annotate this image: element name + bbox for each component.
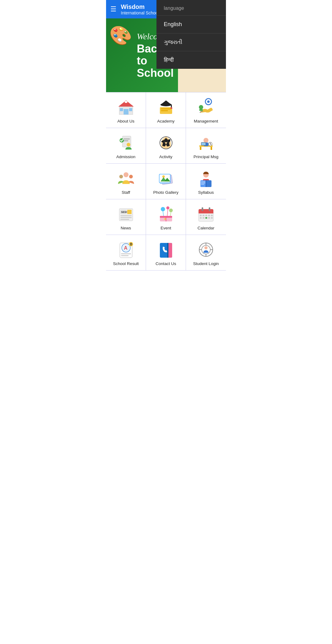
menu-label-calendar: Calendar xyxy=(198,226,215,230)
menu-label-academy: Academy xyxy=(157,119,174,123)
student-login-icon xyxy=(197,240,215,259)
svg-rect-60 xyxy=(121,215,132,216)
svg-rect-78 xyxy=(209,207,210,211)
svg-rect-55 xyxy=(201,184,204,185)
svg-rect-79 xyxy=(200,215,202,216)
photo-gallery-icon xyxy=(157,169,175,188)
header-title: Wisdom International School xyxy=(121,3,159,15)
menu-label-principal-msg: Principal Msg xyxy=(193,154,218,159)
news-icon: NEWS xyxy=(117,205,135,223)
svg-rect-8 xyxy=(161,110,168,111)
svg-rect-62 xyxy=(121,219,129,220)
menu-item-syllabus[interactable]: Syllabus xyxy=(186,164,226,199)
menu-label-syllabus: Syllabus xyxy=(198,190,214,195)
app-header: ☰ Wisdom International School language E… xyxy=(106,0,226,18)
svg-rect-16 xyxy=(199,109,203,111)
svg-rect-87 xyxy=(208,217,210,219)
menu-item-school-result[interactable]: A B School Result xyxy=(106,235,146,271)
svg-rect-85 xyxy=(203,217,204,219)
svg-rect-63 xyxy=(127,210,132,214)
svg-rect-82 xyxy=(208,215,210,216)
about-us-icon xyxy=(117,98,135,116)
svg-marker-10 xyxy=(160,100,172,105)
svg-rect-83 xyxy=(211,215,213,216)
svg-rect-98 xyxy=(167,243,168,258)
svg-rect-97 xyxy=(168,243,172,258)
dropdown-header-label: language xyxy=(156,0,226,16)
menu-item-principal-msg[interactable]: Principal Msg xyxy=(186,128,226,164)
menu-item-management[interactable]: Management xyxy=(186,92,226,128)
menu-item-academy[interactable]: Academy xyxy=(146,92,186,128)
menu-label-admission: Admission xyxy=(116,154,135,159)
svg-point-14 xyxy=(207,100,210,103)
svg-rect-7 xyxy=(161,108,171,109)
calendar-icon xyxy=(197,205,215,223)
menu-item-photo-gallery[interactable]: Photo Gallery xyxy=(146,164,186,199)
svg-rect-18 xyxy=(124,139,130,139)
svg-rect-38 xyxy=(201,142,206,145)
svg-line-69 xyxy=(170,212,171,216)
svg-point-65 xyxy=(166,206,169,209)
svg-rect-61 xyxy=(121,217,132,218)
svg-rect-77 xyxy=(202,207,203,211)
svg-point-64 xyxy=(161,207,165,211)
language-dropdown: language English ગુજરાતી हिन्दी xyxy=(156,0,226,69)
menu-item-event[interactable]: ★ Event xyxy=(146,199,186,235)
menu-label-news: News xyxy=(121,226,131,230)
svg-rect-53 xyxy=(201,181,205,182)
menu-item-about-us[interactable]: About Us xyxy=(106,92,146,128)
svg-rect-86 xyxy=(205,217,207,219)
menu-item-student-login[interactable]: Student Login xyxy=(186,235,226,271)
svg-rect-84 xyxy=(200,217,202,219)
svg-rect-19 xyxy=(124,140,128,141)
svg-rect-88 xyxy=(211,217,213,219)
menu-label-school-result: School Result xyxy=(113,261,139,266)
menu-label-about-us: About Us xyxy=(117,119,135,123)
svg-rect-54 xyxy=(201,183,205,183)
svg-text:★: ★ xyxy=(164,217,167,221)
svg-rect-51 xyxy=(200,180,206,187)
svg-rect-2 xyxy=(124,109,128,115)
menu-label-event: Event xyxy=(160,226,171,230)
menu-item-admission[interactable]: Admission xyxy=(106,128,146,164)
school-name-sub: International School xyxy=(121,10,159,15)
menu-item-activity[interactable]: Activity xyxy=(146,128,186,164)
svg-text:A: A xyxy=(124,245,128,251)
svg-rect-93 xyxy=(121,255,128,256)
staff-icon xyxy=(117,169,135,188)
activity-icon xyxy=(157,134,175,152)
svg-rect-4 xyxy=(129,108,132,111)
school-name-bold: Wisdom xyxy=(121,3,159,10)
svg-rect-92 xyxy=(121,253,131,254)
svg-point-40 xyxy=(119,175,123,178)
menu-grid: About Us Academy Management xyxy=(106,92,226,271)
event-icon: ★ xyxy=(157,205,175,223)
svg-point-41 xyxy=(129,175,133,178)
svg-rect-3 xyxy=(120,108,123,111)
svg-point-21 xyxy=(127,143,130,146)
contact-us-icon xyxy=(157,240,175,259)
menu-item-calendar[interactable]: Calendar xyxy=(186,199,226,235)
lang-hindi[interactable]: हिन्दी xyxy=(156,51,226,69)
svg-point-66 xyxy=(169,209,173,212)
admission-icon xyxy=(117,134,135,152)
menu-label-management: Management xyxy=(194,119,218,123)
management-icon xyxy=(197,98,215,116)
lang-gujarati[interactable]: ગુજરાતી xyxy=(156,33,226,51)
banner-art-icon: 🎨 xyxy=(109,25,132,46)
svg-point-105 xyxy=(204,246,208,249)
svg-text:B: B xyxy=(130,243,132,246)
syllabus-icon xyxy=(197,169,215,188)
menu-item-news[interactable]: NEWS News xyxy=(106,199,146,235)
svg-rect-76 xyxy=(199,212,213,213)
academy-icon xyxy=(157,98,175,116)
svg-rect-31 xyxy=(211,147,212,150)
hamburger-icon[interactable]: ☰ xyxy=(110,5,117,13)
lang-english[interactable]: English xyxy=(156,16,226,33)
svg-point-12 xyxy=(170,107,172,109)
svg-line-68 xyxy=(167,209,168,216)
menu-item-staff[interactable]: Staff xyxy=(106,164,146,199)
menu-label-contact-us: Contact Us xyxy=(156,261,176,266)
school-result-icon: A B xyxy=(117,240,135,259)
menu-item-contact-us[interactable]: Contact Us xyxy=(146,235,186,271)
